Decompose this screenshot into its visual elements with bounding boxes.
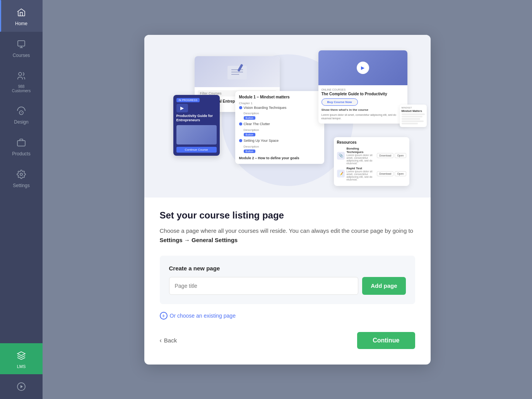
module2-title: Module 2 – How to define your goals bbox=[239, 156, 320, 160]
modal-card: Filter Courses ▾ The Practical Entrepren… bbox=[144, 35, 431, 365]
buy-card-title: The Complete Guide to Productivity bbox=[322, 92, 404, 96]
sidebar-item-courses-label: Courses bbox=[13, 53, 30, 58]
hero-area: Filter Courses ▾ The Practical Entrepren… bbox=[144, 35, 431, 198]
buy-card-desc: Lorem ipsum dolor sit amet, consectetur … bbox=[322, 113, 404, 121]
sidebar-item-lms-label: LMS bbox=[17, 364, 26, 369]
hero-cards: Filter Courses ▾ The Practical Entrepren… bbox=[144, 35, 431, 198]
module-sub2-row: Clear The Clutter bbox=[239, 122, 320, 127]
resource-1-download-btn[interactable]: Download bbox=[377, 153, 393, 158]
module-sub3: Setting Up Your Space bbox=[244, 139, 279, 143]
continue-button[interactable]: Continue bbox=[357, 332, 415, 349]
card-resources: Resources 📎 Bonding Techniques Lorem ips… bbox=[334, 137, 409, 186]
plus-circle-icon: + bbox=[160, 312, 168, 320]
modal-heading: Set your course listing page bbox=[160, 210, 415, 221]
module-sub2: Clear The Clutter bbox=[244, 122, 270, 127]
mindset-title: Mindset Matters bbox=[402, 110, 425, 112]
module-dot-1 bbox=[239, 106, 242, 109]
back-button[interactable]: ‹ Back bbox=[160, 337, 177, 344]
module-sub1-row: Vision Boarding Techniques bbox=[239, 106, 320, 110]
page-title-input[interactable] bbox=[169, 277, 359, 295]
home-icon bbox=[14, 5, 28, 19]
modal-description: Choose a page where all your courses wil… bbox=[160, 226, 415, 245]
resource-2-name: Rapid Test bbox=[347, 167, 375, 170]
resource-1-name: Bonding Techniques bbox=[347, 147, 375, 154]
mobile-video-icon: ▶ bbox=[176, 104, 188, 112]
resource-1-open-btn[interactable]: Open bbox=[395, 153, 406, 158]
modal-body: Set your course listing page Choose a pa… bbox=[144, 198, 431, 320]
mindset-top-label: MINDSET bbox=[402, 107, 425, 109]
module-sub1: Vision Boarding Techniques bbox=[244, 106, 287, 110]
resource-2-btns: Download Open bbox=[377, 171, 406, 176]
products-icon bbox=[14, 136, 28, 150]
module-dot-2 bbox=[239, 122, 242, 126]
svg-rect-0 bbox=[18, 41, 25, 46]
continue-course-btn[interactable]: Continue Course bbox=[176, 147, 217, 153]
resource-2-open-btn[interactable]: Open bbox=[395, 171, 406, 176]
svg-point-2 bbox=[21, 112, 22, 113]
card-modules: Module 1 – Mindset matters Chapter 1 Vis… bbox=[235, 91, 324, 164]
choose-existing-label: Or choose an existing page bbox=[170, 313, 236, 319]
resource-2-download-btn[interactable]: Download bbox=[377, 171, 393, 176]
resource-row-1: 📎 Bonding Techniques Lorem ipsum dolor s… bbox=[337, 147, 406, 165]
card-buy-course: ▶ ONLINE COURSES The Complete Guide to P… bbox=[318, 50, 407, 124]
sidebar-item-settings[interactable]: Settings bbox=[0, 162, 43, 194]
add-page-button[interactable]: Add page bbox=[362, 277, 405, 295]
svg-rect-7 bbox=[228, 66, 247, 79]
sidebar-item-extra[interactable] bbox=[0, 374, 43, 399]
card-main-image bbox=[195, 56, 280, 87]
resource-1-btns: Download Open bbox=[377, 153, 406, 158]
lms-icon bbox=[14, 349, 28, 363]
sidebar-item-products-label: Products bbox=[12, 151, 30, 157]
play-button-icon: ▶ bbox=[357, 62, 369, 74]
card-buy-body: ONLINE COURSES The Complete Guide to Pro… bbox=[318, 85, 407, 124]
play-icon bbox=[14, 380, 28, 394]
back-label: Back bbox=[164, 337, 177, 344]
sidebar-item-products[interactable]: Products bbox=[0, 130, 43, 162]
module-dot-3 bbox=[239, 139, 242, 142]
resource-1-icon: 📎 bbox=[337, 152, 345, 160]
mobile-card-image bbox=[176, 125, 217, 144]
resources-title: Resources bbox=[337, 140, 406, 144]
sidebar: Home Courses 988Customers Design Product… bbox=[0, 0, 43, 399]
sidebar-item-customers-label: 988Customers bbox=[12, 84, 31, 93]
svg-point-1 bbox=[19, 72, 22, 76]
sidebar-item-home[interactable]: Home bbox=[0, 0, 43, 32]
mindset-lines bbox=[402, 114, 425, 124]
module-sub3-row: Setting Up Your Space bbox=[239, 139, 320, 143]
show-whats-in-label: Show them what's in the course bbox=[322, 108, 404, 112]
svg-rect-3 bbox=[17, 141, 25, 146]
main-area: Filter Courses ▾ The Practical Entrepren… bbox=[43, 0, 532, 399]
buy-card-small: ONLINE COURSES bbox=[322, 88, 404, 91]
modal-footer: ‹ Back Continue bbox=[144, 332, 431, 349]
settings-icon bbox=[14, 167, 28, 181]
sidebar-item-home-label: Home bbox=[15, 21, 27, 26]
create-page-box: Create a new page Add page bbox=[160, 256, 415, 304]
create-page-row: Add page bbox=[169, 277, 406, 295]
resource-2-desc: Lorem ipsum dolor sit amet, consectetur … bbox=[347, 170, 375, 181]
sidebar-item-lms[interactable]: LMS bbox=[0, 343, 43, 374]
svg-marker-6 bbox=[21, 385, 23, 388]
in-progress-badge: IN PROGRESS bbox=[176, 98, 200, 102]
sidebar-item-courses[interactable]: Courses bbox=[0, 32, 43, 64]
card-mindset: MINDSET Mindset Matters bbox=[400, 105, 427, 127]
resource-row-2: 📝 Rapid Test Lorem ipsum dolor sit amet,… bbox=[337, 167, 406, 181]
sidebar-item-settings-label: Settings bbox=[13, 183, 29, 188]
create-page-label: Create a new page bbox=[169, 265, 406, 272]
resource-2-info: Rapid Test Lorem ipsum dolor sit amet, c… bbox=[347, 167, 375, 181]
choose-existing-link[interactable]: + Or choose an existing page bbox=[160, 312, 415, 320]
courses-icon bbox=[14, 37, 28, 51]
back-chevron-icon: ‹ bbox=[160, 337, 162, 344]
customers-icon bbox=[14, 69, 28, 83]
card-buy-image: ▶ bbox=[318, 50, 407, 85]
sidebar-item-customers[interactable]: 988Customers bbox=[0, 64, 43, 98]
mobile-card-title: Productivity Guide for Entrepreneurs bbox=[173, 114, 220, 123]
chapter1-label: Chapter 1 bbox=[239, 101, 320, 105]
buy-course-btn[interactable]: Buy Course Now bbox=[322, 98, 358, 106]
resource-2-icon: 📝 bbox=[337, 170, 345, 177]
sidebar-item-design[interactable]: Design bbox=[0, 98, 43, 130]
design-icon bbox=[14, 104, 28, 118]
card-mobile-progress: IN PROGRESS ▶ Productivity Guide for Ent… bbox=[173, 95, 220, 156]
resource-1-info: Bonding Techniques Lorem ipsum dolor sit… bbox=[347, 147, 375, 165]
svg-point-4 bbox=[20, 173, 22, 175]
module1-title: Module 1 – Mindset matters bbox=[239, 95, 320, 99]
